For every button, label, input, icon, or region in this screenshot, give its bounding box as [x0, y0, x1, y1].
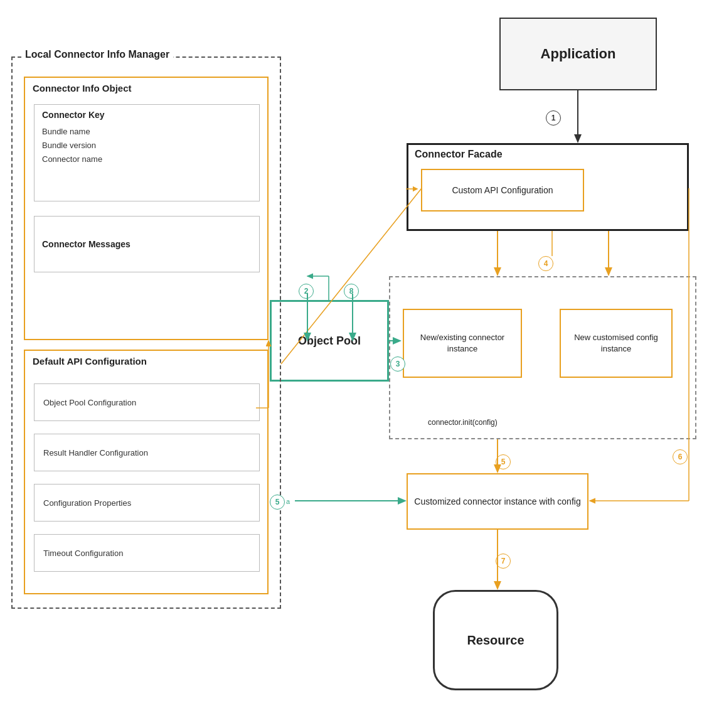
config-instance-label: New customised config instance [566, 332, 666, 355]
lcim-title: Local Connector Info Manager [21, 49, 173, 60]
config-instance-box: New customised config instance [560, 309, 673, 378]
config-properties-box: Configuration Properties [34, 484, 260, 522]
config-properties-label: Configuration Properties [43, 498, 131, 508]
step-1-circle: 1 [546, 110, 561, 126]
connector-messages-box: Connector Messages [34, 216, 260, 272]
connector-key-item-1: Bundle version [42, 139, 252, 153]
connector-instance-box: New/existing connector instance [403, 309, 522, 378]
connector-instance-label: New/existing connector instance [409, 332, 516, 355]
connector-key-title: Connector Key [42, 110, 252, 120]
step-5a-text: a [286, 498, 290, 505]
custom-api-label: Custom API Configuration [452, 185, 553, 195]
timeout-config-label: Timeout Configuration [43, 549, 123, 558]
step-5a-label: 5 [275, 498, 280, 506]
cio-title: Connector Info Object [25, 78, 267, 97]
connector-facade-box: Connector Facade Custom API Configuratio… [407, 143, 689, 231]
step-3-circle: 3 [390, 356, 405, 372]
result-handler-config-box: Result Handler Configuration [34, 434, 260, 471]
step-6-circle: 6 [673, 449, 688, 464]
step-5a-circle: 5 [270, 495, 285, 510]
step-7-circle: 7 [496, 554, 511, 569]
connector-messages-title: Connector Messages [42, 239, 130, 249]
lcim-box: Local Connector Info Manager Connector I… [11, 56, 281, 609]
dac-box: Default API Configuration Object Pool Co… [24, 350, 269, 594]
step-5-circle: 5 [496, 454, 511, 469]
object-pool-config-label: Object Pool Configuration [43, 398, 136, 407]
connector-key-box: Connector Key Bundle name Bundle version… [34, 104, 260, 201]
resource-label: Resource [467, 633, 524, 648]
cio-box: Connector Info Object Connector Key Bund… [24, 77, 269, 340]
dac-title: Default API Configuration [25, 351, 267, 370]
diagram: Application Connector Facade Custom API … [0, 0, 724, 728]
connector-init-text: connector.init(config) [428, 418, 498, 427]
resource-box: Resource [433, 590, 558, 690]
object-pool-config-box: Object Pool Configuration [34, 383, 260, 421]
customized-label: Customized connector instance with confi… [414, 495, 580, 508]
result-handler-config-label: Result Handler Configuration [43, 448, 148, 458]
step-2-circle: 2 [299, 284, 314, 299]
instances-region: New/existing connector instance New cust… [389, 276, 696, 439]
application-label: Application [541, 46, 616, 62]
connector-key-item-2: Connector name [42, 153, 252, 166]
facade-title: Connector Facade [408, 145, 687, 163]
object-pool-label: Object Pool [298, 335, 361, 348]
connector-key-item-0: Bundle name [42, 125, 252, 139]
customized-box: Customized connector instance with confi… [407, 473, 588, 530]
step-8-circle: 8 [344, 284, 359, 299]
timeout-config-box: Timeout Configuration [34, 534, 260, 572]
step-4-circle: 4 [538, 256, 553, 271]
object-pool-box: Object Pool [270, 300, 389, 382]
custom-api-box: Custom API Configuration [421, 169, 584, 211]
application-box: Application [499, 18, 657, 90]
